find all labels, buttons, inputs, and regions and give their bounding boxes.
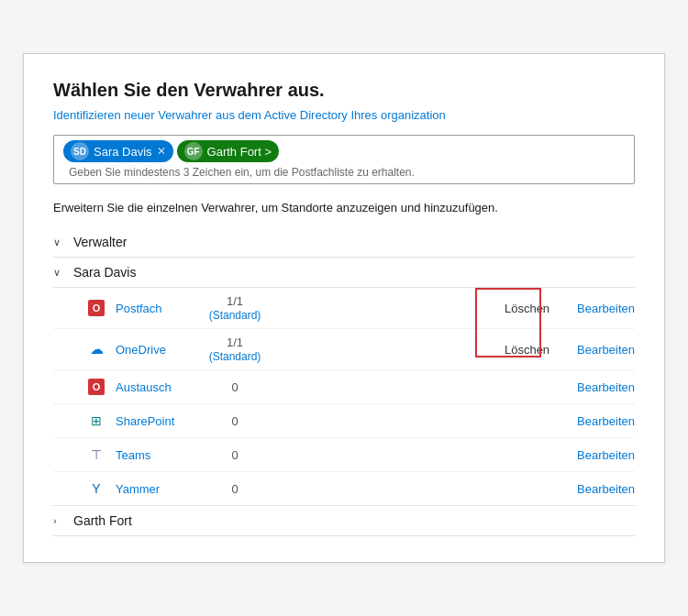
- onedrive-count: 1/1 (Standard): [207, 336, 262, 363]
- search-placeholder: Geben Sie mindestens 3 Zeichen ein, um d…: [63, 166, 415, 179]
- onedrive-label[interactable]: OneDrive: [116, 343, 207, 357]
- yammer-actions: Bearbeiten: [489, 482, 635, 496]
- section-verwalter-label: Verwalter: [73, 235, 127, 249]
- tag-close-sd[interactable]: ✕: [157, 145, 166, 158]
- teams-count: 0: [207, 448, 262, 462]
- sharepoint-count: 0: [207, 414, 262, 428]
- exchange-icon-austausch: O: [88, 379, 105, 395]
- subtitle-link[interactable]: Identifizieren neuer Verwahrer aus dem A…: [53, 108, 635, 122]
- row-onedrive: ☁ OneDrive 1/1 (Standard) Löschen Bearbe…: [53, 329, 635, 370]
- teams-icon: ⊤: [86, 445, 106, 465]
- yammer-label[interactable]: Yammer: [116, 482, 207, 496]
- section-verwalter[interactable]: ∨ Verwalter: [53, 227, 635, 258]
- main-container: Wählen Sie den Verwahrer aus. Identifizi…: [23, 53, 665, 563]
- onedrive-edit-button[interactable]: Bearbeiten: [577, 343, 635, 357]
- expand-hint: Erweitern Sie die einzelnen Verwahrer, u…: [53, 201, 635, 214]
- tag-name-gf: Garth Fort >: [207, 145, 272, 159]
- onedrive-actions: Löschen Bearbeiten: [499, 341, 635, 358]
- page-title: Wählen Sie den Verwahrer aus.: [53, 80, 635, 101]
- section-garth-fort-label: Garth Fort: [73, 513, 132, 528]
- postfach-label[interactable]: Postfach: [116, 302, 207, 315]
- tag-sara-davis[interactable]: SD Sara Davis ✕: [63, 140, 173, 162]
- austausch-label[interactable]: Austausch: [116, 380, 207, 394]
- sharepoint-icon: ⊞: [86, 411, 106, 431]
- postfach-delete-button[interactable]: Löschen: [499, 300, 555, 317]
- row-teams: ⊤ Teams 0 Bearbeiten: [53, 438, 635, 472]
- section-sara-davis-label: Sara Davis: [73, 265, 136, 280]
- austausch-count: 0: [207, 380, 262, 394]
- yammer-icon-symbol: Y: [92, 481, 100, 496]
- sara-davis-body: O Postfach 1/1 (Standard) Löschen Bearbe…: [53, 288, 635, 506]
- postfach-edit-button[interactable]: Bearbeiten: [577, 302, 635, 315]
- sharepoint-actions: Bearbeiten: [489, 414, 635, 428]
- section-garth-fort: › Garth Fort: [53, 506, 635, 536]
- section-sara-davis-header[interactable]: ∨ Sara Davis: [53, 258, 635, 288]
- tag-name-sd: Sara Davis: [94, 145, 152, 159]
- teams-edit-button[interactable]: Bearbeiten: [577, 448, 635, 462]
- postfach-standard: (Standard): [209, 309, 261, 322]
- sharepoint-edit-button[interactable]: Bearbeiten: [577, 414, 635, 428]
- section-garth-fort-header[interactable]: › Garth Fort: [53, 506, 635, 536]
- teams-icon-symbol: ⊤: [91, 447, 102, 462]
- row-postfach: O Postfach 1/1 (Standard) Löschen Bearbe…: [53, 288, 635, 329]
- yammer-icon: Y: [86, 478, 106, 499]
- sharepoint-label[interactable]: SharePoint: [116, 414, 207, 428]
- austausch-actions: Bearbeiten: [489, 380, 635, 394]
- austausch-icon: O: [86, 377, 106, 397]
- onedrive-delete-button[interactable]: Löschen: [499, 341, 555, 358]
- row-austausch: O Austausch 0 Bearbeiten: [53, 370, 635, 404]
- chevron-sara-davis: ∨: [53, 267, 66, 279]
- exchange-icon-postfach: O: [88, 300, 105, 316]
- tag-avatar-sd: SD: [71, 142, 89, 160]
- onedrive-icon: ☁: [86, 339, 106, 359]
- austausch-edit-button[interactable]: Bearbeiten: [577, 380, 635, 394]
- postfach-count: 1/1 (Standard): [207, 294, 262, 322]
- yammer-count: 0: [207, 482, 262, 496]
- chevron-verwalter: ∨: [53, 236, 66, 248]
- row-yammer: Y Yammer 0 Bearbeiten: [53, 472, 635, 505]
- onedrive-standard: (Standard): [209, 350, 261, 363]
- tag-garth-fort[interactable]: GF Garth Fort >: [177, 140, 279, 162]
- sharepoint-icon-symbol: ⊞: [91, 413, 102, 428]
- chevron-garth-fort: ›: [53, 515, 66, 526]
- search-bar[interactable]: SD Sara Davis ✕ GF Garth Fort > Geben Si…: [53, 135, 635, 184]
- row-sharepoint: ⊞ SharePoint 0 Bearbeiten: [53, 404, 635, 438]
- postfach-icon: O: [86, 298, 106, 318]
- teams-actions: Bearbeiten: [489, 448, 635, 462]
- tag-avatar-gf: GF: [184, 142, 203, 160]
- onedrive-icon-symbol: ☁: [90, 341, 104, 358]
- teams-label[interactable]: Teams: [116, 448, 207, 462]
- postfach-actions: Löschen Bearbeiten: [499, 300, 635, 317]
- yammer-edit-button[interactable]: Bearbeiten: [577, 482, 635, 496]
